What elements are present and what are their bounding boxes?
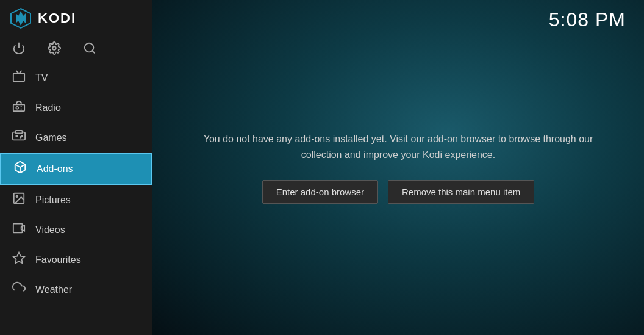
sidebar-item-weather-label: Weather (35, 284, 72, 295)
sidebar-item-radio[interactable]: Radio (0, 93, 152, 123)
time-display: 5:08 PM (549, 9, 626, 31)
svg-point-4 (85, 43, 94, 52)
main-content: You do not have any add-ons installed ye… (152, 0, 644, 335)
svg-rect-6 (13, 73, 24, 81)
kodi-logo-icon (10, 7, 32, 29)
sidebar-item-pictures-label: Pictures (35, 195, 71, 206)
sidebar-item-videos[interactable]: Videos (0, 215, 152, 245)
videos-icon (12, 222, 26, 238)
sidebar-item-weather[interactable]: Weather (0, 275, 152, 304)
sidebar-item-videos-label: Videos (35, 225, 65, 236)
pictures-icon (12, 192, 26, 208)
content-buttons: Enter add-on browser Remove this main me… (191, 180, 606, 204)
addons-icon (13, 160, 27, 177)
app-title: KODI (38, 10, 76, 26)
sidebar-item-tv[interactable]: TV (0, 63, 152, 93)
svg-point-8 (16, 107, 18, 109)
svg-rect-11 (16, 131, 23, 134)
svg-marker-17 (13, 253, 24, 263)
sidebar-item-addons[interactable]: Add-ons (0, 153, 152, 185)
power-icon[interactable] (12, 41, 26, 58)
weather-icon (12, 281, 26, 298)
svg-marker-1 (16, 11, 26, 26)
favourites-icon (12, 251, 26, 268)
svg-point-14 (16, 195, 18, 197)
sidebar-header: KODI (0, 0, 152, 37)
sidebar-item-favourites[interactable]: Favourites (0, 245, 152, 275)
radio-icon (12, 99, 26, 116)
svg-line-5 (92, 51, 95, 53)
sidebar-item-radio-label: Radio (35, 103, 61, 113)
sidebar-nav: TV Radio (0, 63, 152, 335)
settings-icon[interactable] (48, 41, 61, 58)
content-description: You do not have any add-ons installed ye… (191, 131, 606, 162)
enter-addon-browser-button[interactable]: Enter add-on browser (262, 180, 378, 204)
sidebar-item-pictures[interactable]: Pictures (0, 185, 152, 215)
sidebar-top-icons (0, 37, 152, 63)
games-icon (12, 129, 26, 146)
sidebar-item-tv-label: TV (35, 73, 48, 84)
svg-point-3 (52, 46, 56, 50)
content-box: You do not have any add-ons installed ye… (179, 119, 618, 215)
sidebar-item-addons-label: Add-ons (37, 164, 73, 175)
remove-main-menu-button[interactable]: Remove this main menu item (388, 180, 534, 204)
sidebar-item-favourites-label: Favourites (35, 254, 81, 265)
sidebar: KODI (0, 0, 152, 335)
svg-point-10 (20, 137, 21, 138)
tv-icon (12, 70, 26, 86)
sidebar-item-games[interactable]: Games (0, 123, 152, 153)
search-icon[interactable] (83, 41, 96, 58)
sidebar-item-games-label: Games (35, 132, 67, 143)
